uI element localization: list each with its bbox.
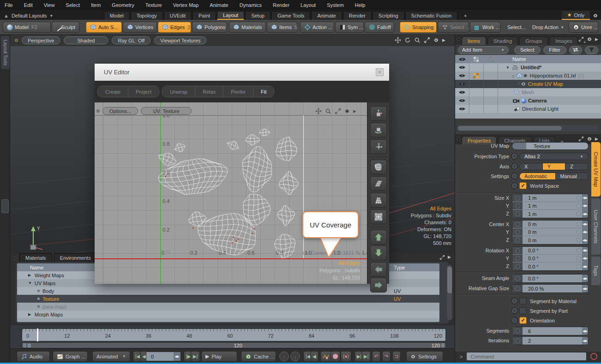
panel-arrow-icon[interactable]: ▶	[442, 38, 445, 42]
uv-map-field[interactable]: Texture	[512, 142, 589, 150]
current-frame-field[interactable]: 0◀▶	[146, 352, 181, 361]
panel-dot[interactable]	[457, 38, 460, 41]
item-row-directional-light[interactable]: Directional Light	[455, 105, 601, 113]
pin-up-icon[interactable]: ▲	[4, 13, 9, 18]
animation-settings-button[interactable]: Settings	[406, 351, 443, 362]
channel-circle-icon[interactable]	[511, 153, 518, 160]
sidetab-tags[interactable]: Tags	[591, 257, 601, 285]
layout-tab-setup[interactable]: Setup	[245, 11, 270, 20]
automatic-button[interactable]: Automatic	[520, 173, 556, 179]
symmetry-button[interactable]: Sym ...	[335, 22, 364, 33]
channel-circle-icon[interactable]	[511, 173, 518, 179]
work-plane-button[interactable]: Work ...	[470, 22, 500, 33]
tab-shading[interactable]: Shading	[487, 36, 518, 45]
layout-tab-game-tools[interactable]: Game Tools	[271, 11, 311, 20]
size-z-field[interactable]: 1 m◀▶	[512, 210, 588, 218]
move-up-button[interactable]	[370, 230, 387, 245]
panel-arrow-icon[interactable]: ▶	[595, 37, 598, 42]
zoom-icon[interactable]	[325, 108, 331, 114]
play-button[interactable]: ▶Play	[201, 351, 237, 362]
uv-projection-tool-button[interactable]	[370, 193, 387, 208]
layout-tab-uvedit[interactable]: UVEdit	[164, 11, 192, 20]
go-to-end-button[interactable]: ▶|	[191, 351, 200, 362]
layout-settings-gear[interactable]	[590, 11, 601, 20]
options-button[interactable]: Options...	[102, 107, 138, 115]
menu-vertex-map[interactable]: Vertex Map	[173, 2, 199, 8]
swap-columns-button[interactable]	[569, 46, 582, 54]
vmap-scrollbar[interactable]	[447, 265, 452, 320]
axis-z-button[interactable]: Z	[565, 163, 588, 170]
gear-icon[interactable]	[344, 108, 350, 114]
layout-tab-scripting[interactable]: Scripting	[373, 11, 404, 20]
uv-sphere-tool-button[interactable]	[370, 209, 387, 224]
tab-groups[interactable]: Groups	[519, 36, 548, 45]
render-flag-icon[interactable]	[473, 73, 479, 78]
layout-tab-animate[interactable]: Animate	[311, 11, 342, 20]
maximize-icon[interactable]	[439, 255, 445, 260]
range-left-handle[interactable]	[23, 343, 26, 347]
size-y-field[interactable]: 1 m◀▶	[512, 202, 588, 210]
sidetab-create-uv-map[interactable]: Create UV Map	[591, 142, 601, 197]
items-horizontal-scrollbar[interactable]	[457, 125, 599, 131]
channel-circle-icon[interactable]	[511, 307, 518, 314]
maximize-icon[interactable]	[424, 37, 430, 43]
zoom-icon[interactable]	[414, 37, 421, 43]
uv-editor-titlebar[interactable]: UV Editor ✕	[95, 64, 389, 81]
frame-spinner[interactable]: ◀▶	[174, 352, 180, 361]
viewport-rotation-dot[interactable]	[15, 39, 18, 42]
menu-animate[interactable]: Animate	[210, 2, 228, 8]
select-through-button[interactable]: Select ...	[438, 22, 469, 33]
layout-tab-topology[interactable]: Topology	[131, 11, 163, 20]
range-right-handle[interactable]	[441, 343, 445, 347]
model-mode-button[interactable]: ModelF2	[3, 22, 51, 33]
push-keys-up-button[interactable]: ↑	[279, 352, 289, 361]
drop-key-button[interactable]: ⊐	[392, 351, 401, 362]
record-macro-icon[interactable]	[590, 353, 597, 360]
vertices-mode-button[interactable]: Vertices	[123, 22, 157, 33]
filter-funnel-button[interactable]	[585, 46, 598, 54]
item-row-mesh[interactable]: Mesh	[455, 88, 601, 96]
materials-mode-button[interactable]: Materials	[229, 22, 266, 33]
layout-tab-model[interactable]: Model	[104, 11, 130, 20]
layout-preset-dropdown[interactable]: ▲ Default Layouts▼	[0, 13, 60, 20]
twirl-right-icon[interactable]: ▶	[28, 273, 35, 277]
center-y-field[interactable]: 0 m◀▶	[512, 228, 588, 236]
viewport-shading-pill[interactable]: Shaded	[64, 36, 108, 44]
manual-button[interactable]: Manual	[556, 173, 588, 179]
scale-tool-button[interactable]	[370, 139, 387, 154]
axis-x-button[interactable]: X	[520, 163, 543, 170]
move-left-button[interactable]	[370, 262, 387, 277]
undo-key-button[interactable]: ↶	[372, 351, 380, 362]
item-row-scene[interactable]: ▼ Untitled*	[455, 63, 601, 72]
tab-environments[interactable]: Environments	[54, 253, 97, 262]
gap-size-field[interactable]: 20.0 %◀▶	[512, 285, 588, 292]
size-x-field[interactable]: 1 m◀▶	[512, 194, 588, 202]
gear-icon[interactable]	[433, 37, 439, 43]
project-button[interactable]: Project	[128, 86, 159, 97]
add-key-button[interactable]	[331, 351, 340, 362]
falloff-button[interactable]: Falloff	[365, 22, 394, 33]
cache-button[interactable]: Cache ...	[241, 351, 276, 362]
eye-icon[interactable]	[458, 73, 466, 78]
vmap-row-morph-maps[interactable]: ▶ Morph Maps	[17, 310, 439, 318]
eye-icon[interactable]	[458, 82, 466, 86]
filter-button[interactable]: Filter	[543, 46, 566, 54]
uv-plane-tool-button[interactable]	[370, 176, 387, 191]
add-item-dropdown[interactable]: Add Item▼	[458, 46, 509, 54]
pull-keys-down-button[interactable]: ↓	[290, 352, 300, 361]
panel-arrow-icon[interactable]: ▶	[595, 137, 598, 141]
menu-geometry[interactable]: Geometry	[112, 2, 134, 8]
item-row-camera[interactable]: Camera	[455, 96, 601, 105]
twirl-down-icon[interactable]: ▼	[506, 66, 510, 70]
eye-icon[interactable]	[458, 90, 466, 95]
layout-tab-schematic-fusion[interactable]: Schematic Fusion	[405, 11, 457, 20]
viewport-rotation-dot[interactable]	[96, 109, 100, 113]
orbit-icon[interactable]	[404, 37, 411, 43]
layout-tab-paint[interactable]: Paint	[192, 11, 216, 20]
unreal-bridge-button[interactable]: Unre ...	[569, 22, 598, 33]
sculpt-mode-button[interactable]: Sculpt	[52, 22, 79, 33]
tab-images[interactable]: Images	[549, 36, 578, 45]
layout-tab-layout[interactable]: Layout	[217, 11, 244, 20]
menu-dynamics[interactable]: Dynamics	[240, 2, 262, 8]
drop-action-dropdown[interactable]: Drop Action▼	[528, 22, 567, 33]
